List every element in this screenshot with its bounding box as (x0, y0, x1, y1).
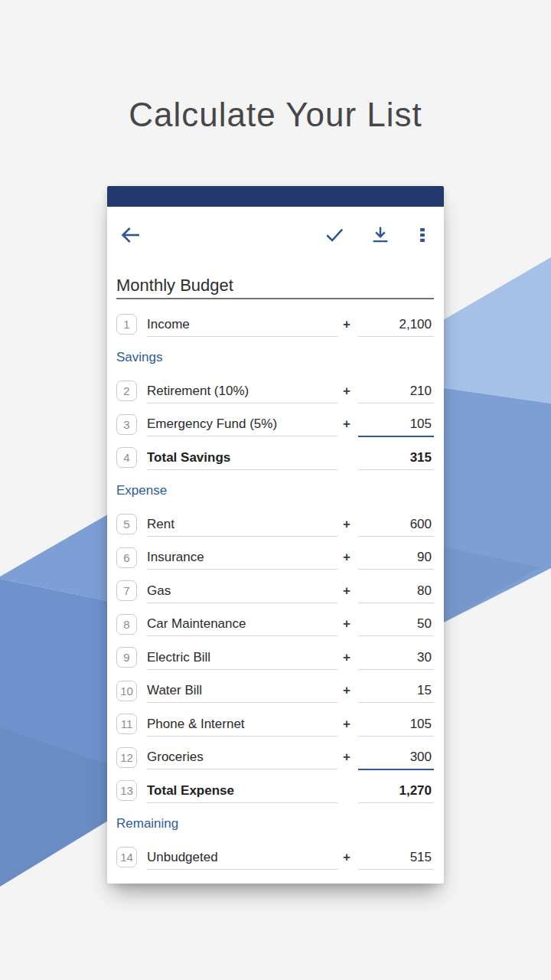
list-row: 9Electric Bill+30 (116, 641, 434, 675)
section-header: Expense (116, 475, 434, 508)
operator-plus[interactable]: + (337, 541, 357, 575)
list-row: 2Retirement (10%)+210 (116, 374, 434, 408)
name-underline (147, 702, 337, 703)
list-row: 13Total Expense1,270 (116, 774, 434, 808)
row-number-cell: 8 (116, 608, 137, 642)
row-number-cell: 7 (116, 574, 137, 608)
row-number-cell: 4 (116, 441, 137, 475)
row-number-badge: 10 (116, 681, 137, 701)
name-underline (147, 403, 337, 403)
section-header: Remaining (116, 808, 434, 841)
name-underline (147, 336, 337, 337)
list-row: 14Unbudgeted+515 (116, 841, 434, 874)
list-row: 8Car Maintenance+50 (116, 608, 434, 642)
value-underline (358, 569, 434, 570)
row-number-badge: 9 (116, 647, 137, 668)
operator-plus[interactable]: + (337, 641, 357, 675)
value-underline (358, 469, 434, 470)
operator-plus[interactable]: + (337, 608, 357, 642)
section-label[interactable]: Expense (116, 475, 167, 508)
value-underline (358, 669, 434, 670)
row-number-cell: 14 (116, 841, 137, 874)
value-underline (358, 802, 434, 803)
row-number-badge: 1 (116, 314, 137, 335)
row-number-cell: 13 (116, 774, 137, 808)
row-number-cell: 5 (116, 508, 137, 541)
row-number-badge: 6 (116, 547, 137, 568)
operator-plus[interactable]: + (337, 675, 357, 708)
overflow-menu-button[interactable] (411, 224, 434, 247)
list-row: 4Total Savings315 (116, 441, 434, 475)
value-underline (358, 536, 434, 537)
name-underline (147, 635, 337, 636)
value-underline (358, 769, 434, 770)
back-button[interactable] (119, 224, 142, 247)
list-row: 3Emergency Fund (5%)+105 (116, 408, 434, 442)
list-row: 10Water Bill+15 (116, 675, 434, 708)
row-number-badge: 4 (116, 447, 137, 468)
name-underline (147, 569, 337, 570)
toolbar (107, 207, 444, 263)
name-underline (147, 603, 337, 603)
row-number-cell: 11 (116, 707, 137, 741)
row-number-cell: 1 (116, 308, 137, 341)
page-title: Calculate Your List (0, 96, 551, 134)
operator-plus[interactable]: + (337, 741, 357, 775)
row-number-cell: 2 (116, 374, 137, 408)
list-title-underline (116, 298, 434, 299)
confirm-button[interactable] (323, 224, 346, 247)
download-icon (370, 225, 390, 245)
row-number-cell: 9 (116, 641, 137, 675)
row-number-badge: 12 (116, 747, 137, 768)
list-row: 12Groceries+300 (116, 741, 434, 775)
operator-plus[interactable]: + (337, 841, 357, 874)
list-row: 1Income+2,100 (116, 308, 434, 341)
list-title-wrap: Monthly Budget (116, 263, 434, 308)
row-number-cell: 12 (116, 741, 137, 775)
list-row: 6Insurance+90 (116, 541, 434, 575)
name-underline (147, 736, 337, 737)
value-underline (358, 436, 434, 437)
name-underline (147, 469, 337, 470)
operator-plus[interactable]: + (337, 374, 357, 408)
list-row: 5Rent+600 (116, 508, 434, 541)
section-header: Savings (116, 341, 434, 375)
promo-screenshot: Calculate Your List (0, 0, 551, 980)
row-number-badge: 13 (116, 780, 137, 801)
name-underline (147, 669, 337, 670)
operator-plus[interactable]: + (337, 408, 357, 442)
operator-plus[interactable]: + (337, 508, 357, 541)
section-label[interactable]: Remaining (116, 808, 178, 841)
name-underline (147, 436, 337, 436)
name-underline (147, 869, 337, 870)
value-underline (358, 603, 434, 603)
operator-plus[interactable]: + (337, 308, 357, 341)
value-underline (358, 736, 434, 737)
name-underline (147, 802, 337, 803)
operator-plus[interactable]: + (337, 574, 357, 608)
name-underline (147, 769, 337, 769)
section-label[interactable]: Savings (116, 341, 162, 375)
row-number-badge: 5 (116, 514, 137, 534)
checkmark-icon (324, 224, 345, 246)
value-underline (358, 869, 434, 870)
row-number-badge: 14 (116, 847, 137, 867)
row-number-badge: 11 (116, 714, 137, 734)
overflow-menu-icon (412, 225, 432, 245)
row-number-badge: 8 (116, 614, 137, 635)
operator-plus[interactable]: + (337, 707, 357, 741)
list-row: 11Phone & Internet+105 (116, 707, 434, 741)
row-number-cell: 3 (116, 408, 137, 442)
list-row: 7Gas+80 (116, 574, 434, 608)
save-download-button[interactable] (369, 224, 392, 247)
value-underline (358, 336, 434, 337)
row-number-cell: 6 (116, 541, 137, 575)
status-bar (107, 186, 444, 207)
list-title-field[interactable]: Monthly Budget (116, 276, 233, 296)
row-number-cell: 10 (116, 675, 137, 708)
app-card: Monthly Budget 1Income+2,100Savings2Reti… (107, 186, 444, 884)
value-underline (358, 635, 434, 636)
name-underline (147, 536, 337, 537)
row-number-badge: 2 (116, 381, 137, 401)
rows: 1Income+2,100Savings2Retirement (10%)+21… (116, 308, 434, 874)
